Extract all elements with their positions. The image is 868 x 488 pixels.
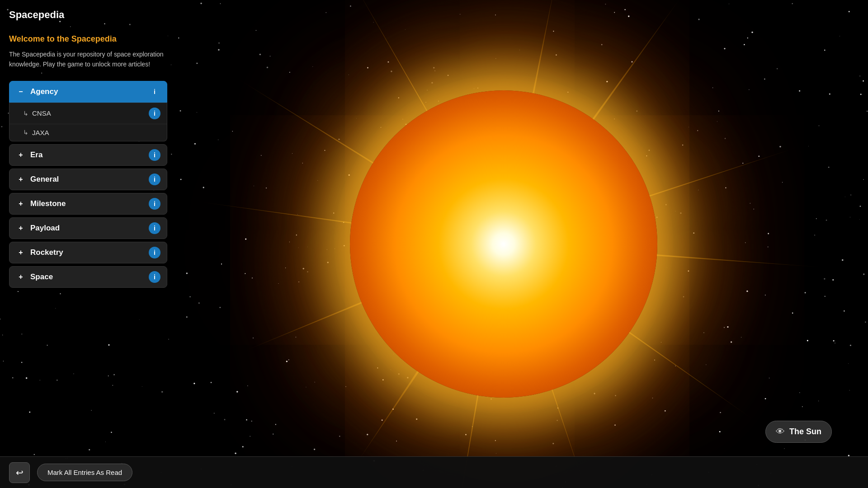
category-item-payload[interactable]: + Payload i: [9, 217, 167, 239]
sun-visual: [345, 86, 662, 402]
milestone-info-icon[interactable]: i: [149, 198, 160, 210]
agency-collapse-icon: −: [16, 87, 26, 97]
jaxa-arrow-icon: ↳: [23, 129, 28, 136]
era-expand-icon: +: [16, 150, 26, 160]
mark-all-button[interactable]: Mark All Entries As Read: [37, 464, 132, 481]
sub-item-jaxa[interactable]: ↳ JAXA: [9, 124, 167, 141]
cnsa-left: ↳ CNSA: [23, 109, 51, 117]
agency-label: Agency: [30, 87, 58, 96]
left-panel: Spacepedia Welcome to the Spacepedia The…: [0, 0, 176, 488]
back-icon: ↩: [16, 467, 24, 478]
app-title: Spacepedia: [9, 9, 167, 21]
cnsa-arrow-icon: ↳: [23, 110, 28, 117]
back-button[interactable]: ↩: [9, 462, 30, 483]
jaxa-left: ↳ JAXA: [23, 129, 49, 136]
space-label: Space: [30, 272, 53, 282]
payload-expand-icon: +: [16, 223, 26, 233]
category-item-agency[interactable]: − Agency i: [9, 81, 167, 103]
space-left: + Space: [16, 272, 53, 282]
welcome-description: The Spacepedia is your repository of spa…: [9, 49, 167, 70]
sun-corona: [350, 90, 657, 398]
milestone-expand-icon: +: [16, 199, 26, 209]
category-item-rocketry[interactable]: + Rocketry i: [9, 242, 167, 263]
sun-badge[interactable]: 👁 The Sun: [765, 421, 832, 443]
rocketry-expand-icon: +: [16, 248, 26, 258]
era-left: + Era: [16, 150, 42, 160]
jaxa-label: JAXA: [32, 129, 49, 136]
milestone-label: Milestone: [30, 199, 66, 208]
general-label: General: [30, 175, 59, 184]
cnsa-label: CNSA: [32, 109, 51, 117]
rocketry-info-icon[interactable]: i: [149, 247, 160, 258]
sub-item-cnsa[interactable]: ↳ CNSA i: [9, 103, 167, 124]
payload-left: + Payload: [16, 223, 60, 233]
category-agency: − Agency i ↳ CNSA i ↳ JAXA: [9, 81, 167, 141]
agency-subitems: ↳ CNSA i ↳ JAXA: [9, 103, 167, 141]
space-expand-icon: +: [16, 272, 26, 282]
space-info-icon[interactable]: i: [149, 271, 160, 283]
payload-label: Payload: [30, 224, 60, 233]
sun-badge-label: The Sun: [789, 427, 821, 436]
payload-info-icon[interactable]: i: [149, 222, 160, 234]
era-info-icon[interactable]: i: [149, 149, 160, 161]
bottom-bar: ↩ Mark All Entries As Read: [0, 456, 868, 488]
category-list: − Agency i ↳ CNSA i ↳ JAXA: [9, 81, 167, 288]
welcome-title: Welcome to the Spacepedia: [9, 34, 167, 44]
eye-icon: 👁: [776, 427, 785, 437]
rocketry-label: Rocketry: [30, 248, 63, 257]
rocketry-left: + Rocketry: [16, 248, 63, 258]
general-info-icon[interactable]: i: [149, 174, 160, 185]
agency-info-icon[interactable]: i: [149, 86, 160, 98]
milestone-left: + Milestone: [16, 199, 66, 209]
category-item-era[interactable]: + Era i: [9, 144, 167, 166]
category-item-milestone[interactable]: + Milestone i: [9, 193, 167, 215]
category-item-space[interactable]: + Space i: [9, 266, 167, 288]
category-agency-left: − Agency: [16, 87, 58, 97]
general-left: + General: [16, 174, 59, 184]
cnsa-info-icon[interactable]: i: [149, 108, 160, 119]
general-expand-icon: +: [16, 174, 26, 184]
era-label: Era: [30, 150, 42, 160]
category-item-general[interactable]: + General i: [9, 169, 167, 190]
